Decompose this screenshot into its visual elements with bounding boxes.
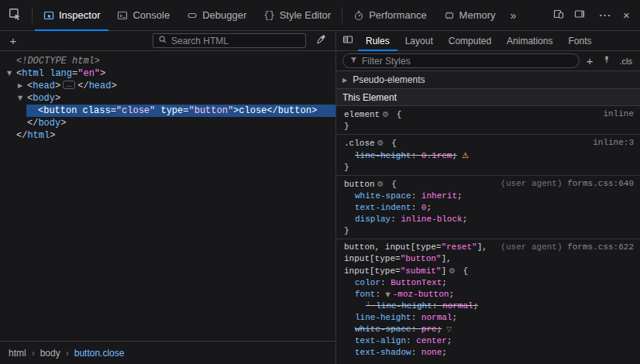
add-rule-button[interactable]: + xyxy=(585,54,595,67)
rule-selector[interactable]: .close⚙ {inline:3 xyxy=(336,137,640,149)
token-punc: } xyxy=(344,163,349,172)
memory-icon xyxy=(444,10,455,21)
search-html-box xyxy=(153,33,306,48)
css-computed-declaration[interactable]: └ line-height: normal; xyxy=(336,300,640,312)
tab-overflow-button[interactable]: » xyxy=(504,0,523,30)
markup-line[interactable]: </body> xyxy=(0,117,335,129)
rule-selector[interactable]: button, input[type="reset"],(user agent)… xyxy=(336,242,640,253)
overridden-filter-icon[interactable]: ▽ xyxy=(446,325,452,333)
rule-close-brace[interactable]: } xyxy=(336,162,640,173)
token-sel: button, input[type= xyxy=(344,242,441,252)
shorthand-expander-icon[interactable]: ▼ xyxy=(386,291,391,298)
token-prop: line-height xyxy=(355,151,411,160)
tab-memory[interactable]: Memory xyxy=(435,0,504,30)
rule-selector[interactable]: input[type="submit"]⚙ { xyxy=(336,265,640,277)
new-node-button[interactable]: + xyxy=(5,33,21,49)
markup-line[interactable]: ▼<html lang="en"> xyxy=(0,67,335,80)
selector-highlighter-icon[interactable]: ⚙ xyxy=(377,139,384,147)
tab-rules[interactable]: Rules xyxy=(358,31,397,50)
search-html-input[interactable] xyxy=(171,36,301,46)
tab-computed[interactable]: Computed xyxy=(441,31,499,50)
markup-line[interactable]: ▶<head>…</head> xyxy=(0,80,335,92)
pick-element-icon xyxy=(9,8,21,22)
rule-source-link[interactable]: inline:3 xyxy=(593,137,634,149)
token-punc: } xyxy=(344,226,349,235)
css-declaration[interactable]: color: ButtonText; xyxy=(336,277,640,289)
markup-line[interactable]: ▼<body> xyxy=(0,92,335,105)
close-devtools-button[interactable]: × xyxy=(616,0,637,31)
collapsed-nodes-badge[interactable]: … xyxy=(63,81,75,89)
tab-style-editor[interactable]: {} Style Editor xyxy=(255,0,339,30)
expand-twisty-icon[interactable]: ▶ xyxy=(342,77,347,84)
token-prop: text-align xyxy=(355,336,406,345)
three-pane-toggle-button[interactable] xyxy=(338,31,358,50)
tab-performance[interactable]: Performance xyxy=(345,0,435,30)
markup-tree: <!DOCTYPE html>▼<html lang="en">▶<head>…… xyxy=(0,51,335,341)
search-icon xyxy=(158,35,167,46)
rule-separator xyxy=(336,239,640,239)
selector-highlighter-icon[interactable]: ⚙ xyxy=(449,266,456,275)
rule-source-link[interactable]: (user agent) forms.css:640 xyxy=(501,178,634,190)
selector-highlighter-icon[interactable]: ⚙ xyxy=(377,180,384,188)
css-declaration[interactable]: text-shadow: none; xyxy=(336,347,640,359)
token-val: normal xyxy=(422,313,452,322)
class-toggle-button[interactable]: .cls xyxy=(618,57,635,66)
braces-icon: {} xyxy=(263,10,274,21)
selector-highlighter-icon[interactable]: ⚙ xyxy=(382,110,389,118)
markup-line[interactable]: <button class="close" type="button">clos… xyxy=(0,105,335,117)
rule-selector[interactable]: button⚙ {(user agent) forms.css:640 xyxy=(336,178,640,191)
token-sel: element xyxy=(344,110,380,119)
breadcrumb-item[interactable]: body xyxy=(36,346,64,360)
markup-line[interactable]: <!DOCTYPE html> xyxy=(0,55,335,67)
token-punc: > xyxy=(311,105,317,116)
token-prop: display xyxy=(355,215,391,224)
expand-twisty-icon[interactable]: ▶ xyxy=(17,80,27,92)
tab-console[interactable]: Console xyxy=(108,0,178,30)
tab-label: Style Editor xyxy=(280,9,331,21)
css-declaration[interactable]: white-space: pre;▽ xyxy=(336,324,640,335)
tab-label: Inspector xyxy=(59,9,100,21)
token-val: -moz-button xyxy=(393,290,449,299)
performance-icon xyxy=(353,10,364,21)
css-declaration[interactable]: line-height: 0.1rem;⚠ xyxy=(336,149,640,162)
css-declaration[interactable]: line-height: normal; xyxy=(336,312,640,324)
tab-inspector[interactable]: Inspector xyxy=(35,0,108,30)
token-punc: : xyxy=(375,290,385,299)
token-str: "en" xyxy=(77,68,100,79)
token-punc: > xyxy=(55,93,60,104)
dock-side-button[interactable] xyxy=(569,0,590,31)
css-declaration[interactable]: text-align: center; xyxy=(336,335,640,347)
filter-funnel-icon xyxy=(349,56,358,67)
tab-debugger[interactable]: Debugger xyxy=(178,0,255,30)
rule-selector[interactable]: element⚙ {inline xyxy=(336,108,640,121)
rule-close-brace[interactable]: } xyxy=(336,225,640,237)
css-declaration[interactable]: display: inline-block; xyxy=(336,214,640,225)
sidebar-panel: Rules Layout Computed Animations Fonts + xyxy=(336,31,640,364)
pseudo-class-panel-button[interactable] xyxy=(600,55,613,67)
tab-animations[interactable]: Animations xyxy=(499,31,560,50)
responsive-design-button[interactable] xyxy=(548,0,569,31)
css-declaration[interactable]: white-space: inherit; xyxy=(336,191,640,202)
breadcrumb-item[interactable]: html xyxy=(5,346,30,360)
rule-selector[interactable]: input[type="button"], xyxy=(336,253,640,265)
devtools-menu-button[interactable]: ··· xyxy=(595,0,616,31)
collapse-twisty-icon[interactable]: ▼ xyxy=(6,67,16,80)
token-val: center xyxy=(416,336,447,345)
filter-styles-input[interactable] xyxy=(362,56,573,67)
pseudo-elements-header[interactable]: ▶ Pseudo-elements xyxy=(336,71,640,89)
breadcrumb-item[interactable]: button.close xyxy=(71,346,129,360)
tab-fonts[interactable]: Fonts xyxy=(560,31,599,50)
token-val: normal xyxy=(442,301,473,311)
pick-element-button[interactable] xyxy=(0,0,29,30)
collapse-twisty-icon[interactable]: ▼ xyxy=(17,92,27,105)
token-punc: > xyxy=(50,130,55,141)
tab-layout[interactable]: Layout xyxy=(397,31,441,50)
token-prop: white-space xyxy=(355,325,411,334)
rule-source-link[interactable]: (user agent) forms.css:622 xyxy=(501,242,634,253)
rule-source-link[interactable]: inline xyxy=(603,108,634,120)
rule-close-brace[interactable]: } xyxy=(336,121,640,132)
css-declaration[interactable]: text-indent: 0; xyxy=(336,202,640,214)
markup-line[interactable]: </html> xyxy=(0,129,335,142)
eyedropper-button[interactable] xyxy=(311,33,330,49)
css-declaration[interactable]: font: ▼-moz-button; xyxy=(336,289,640,300)
